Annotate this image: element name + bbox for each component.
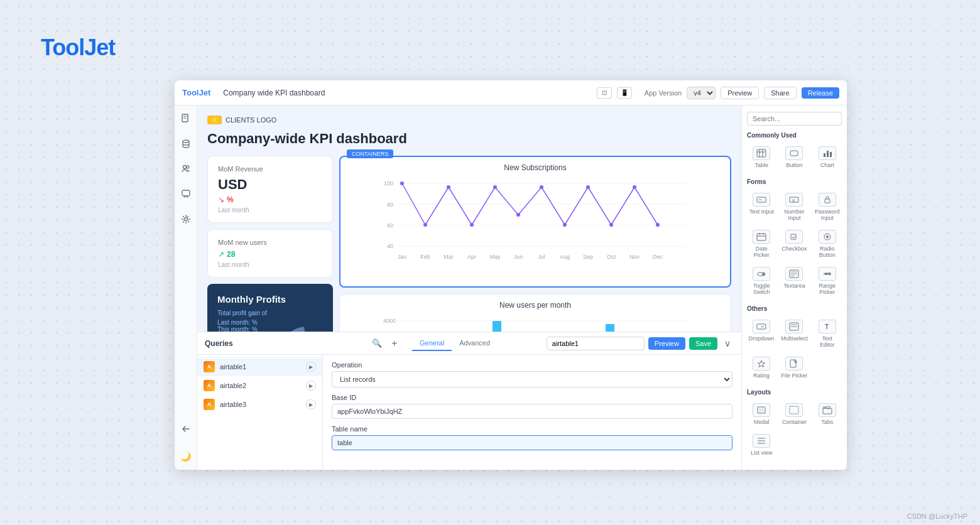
dropdown-icon <box>753 320 770 333</box>
toggle-switch-label: Toggle Switch <box>748 283 775 295</box>
table-label: Table <box>754 162 768 168</box>
sidebar-settings-icon[interactable] <box>179 212 193 226</box>
svg-text:100: 100 <box>384 180 393 187</box>
tab-advanced[interactable]: Advanced <box>452 336 498 351</box>
toggle-switch-icon <box>753 267 770 281</box>
chart-component[interactable]: Chart <box>813 144 842 171</box>
desktop-view-btn[interactable]: ⊡ <box>597 87 612 99</box>
svg-text:Feb: Feb <box>420 254 430 260</box>
sidebar-chat-icon[interactable] <box>179 187 193 201</box>
text-editor-component[interactable]: T Text Editor <box>813 317 842 350</box>
sidebar-moon-icon[interactable]: 🌙 <box>179 450 193 463</box>
svg-rect-62 <box>824 153 825 157</box>
operation-select[interactable]: List records <box>332 371 732 387</box>
dropdown-component[interactable]: Dropdown <box>747 317 776 350</box>
button-label: Button <box>786 162 802 168</box>
base-id-input[interactable] <box>332 404 732 419</box>
profits-title: Monthly Profits <box>217 294 323 305</box>
textarea-component[interactable]: Textarea <box>780 264 808 298</box>
airtable2-name: airtable2 <box>220 382 301 389</box>
canvas-content: ⭐ CLIENTS LOGO Company-wide KPI dashboar… <box>197 106 741 332</box>
rating-component[interactable]: Rating <box>747 354 776 381</box>
file-picker-label: File Picker <box>781 372 807 379</box>
base-id-group: Base ID <box>332 394 732 419</box>
airtable1-play[interactable]: ▶ <box>306 362 316 372</box>
operation-group: Operation List records <box>332 361 732 387</box>
svg-rect-63 <box>827 151 829 157</box>
checkbox-component[interactable]: Checkbox <box>780 227 808 261</box>
query-add-button[interactable]: + <box>388 337 401 350</box>
sidebar-page-icon[interactable] <box>179 112 193 126</box>
revenue-label: MoM Revenue <box>218 165 322 173</box>
svg-point-5 <box>187 166 189 168</box>
query-save-button[interactable]: Save <box>689 337 717 350</box>
svg-rect-6 <box>182 190 190 196</box>
subscriptions-chart-container: CONTAINERS New Subscriptions 100 80 <box>339 156 731 288</box>
container-component[interactable]: Container <box>780 401 808 428</box>
query-search-button[interactable]: 🔍 <box>371 337 383 350</box>
svg-point-24 <box>586 185 590 189</box>
svg-rect-69 <box>825 199 830 203</box>
range-picker-component[interactable]: Range Picker <box>813 264 842 298</box>
list-view-component[interactable]: List view <box>747 431 776 458</box>
multiselect-component[interactable]: Multiselect <box>780 317 809 350</box>
tabs-component[interactable]: Tabs <box>813 401 842 428</box>
subscriptions-line-chart: 100 80 60 40 <box>347 177 724 278</box>
modal-component[interactable]: Modal <box>747 401 776 428</box>
text-input-component[interactable]: Text Input <box>747 190 776 224</box>
query-item-airtable1[interactable]: A airtable1 ▶ <box>197 357 322 376</box>
tab-general[interactable]: General <box>412 336 452 351</box>
mobile-view-btn[interactable]: 📱 <box>617 87 632 99</box>
svg-point-27 <box>656 223 660 227</box>
sidebar-back-icon[interactable] <box>179 422 193 436</box>
users-sublabel: Last month <box>218 261 322 268</box>
svg-point-20 <box>493 185 497 189</box>
rating-icon <box>753 357 770 371</box>
password-input-component[interactable]: Password Input <box>813 190 842 224</box>
textarea-icon <box>785 267 803 281</box>
svg-point-21 <box>516 213 520 217</box>
release-button[interactable]: Release <box>802 87 839 99</box>
sidebar-database-icon[interactable] <box>179 137 193 151</box>
svg-text:#: # <box>792 198 795 203</box>
preview-button[interactable]: Preview <box>721 87 759 99</box>
share-button[interactable]: Share <box>764 87 796 99</box>
svg-rect-70 <box>757 234 766 241</box>
svg-rect-57 <box>757 149 766 157</box>
toggle-switch-component[interactable]: Toggle Switch <box>747 264 776 298</box>
query-item-airtable3[interactable]: A airtable3 ▶ <box>197 395 322 414</box>
airtable2-icon: A <box>204 380 215 391</box>
app-body: 🌙 ⭐ CLIENTS LOGO Company-wide KPI dashbo… <box>175 106 847 470</box>
query-item-airtable2[interactable]: A airtable2 ▶ <box>197 376 322 395</box>
file-picker-component[interactable]: File Picker <box>780 354 809 381</box>
airtable3-play[interactable]: ▶ <box>306 399 316 409</box>
table-name-input[interactable] <box>332 435 732 450</box>
radio-button-component[interactable]: Radio Button <box>813 227 842 261</box>
svg-text:T: T <box>825 323 829 330</box>
range-picker-icon <box>819 267 836 281</box>
file-picker-icon <box>785 357 803 371</box>
number-input-component[interactable]: # Number Input <box>780 190 808 224</box>
svg-text:40: 40 <box>387 243 393 249</box>
chart-area: CONTAINERS New Subscriptions 100 80 <box>339 156 731 332</box>
date-picker-icon <box>753 230 770 244</box>
query-name-input[interactable] <box>547 337 645 350</box>
text-input-icon <box>753 193 770 207</box>
airtable2-play[interactable]: ▶ <box>306 381 316 391</box>
svg-rect-74 <box>791 234 796 239</box>
airtable3-icon: A <box>204 399 215 410</box>
date-picker-component[interactable]: Date Picker <box>747 227 776 261</box>
dropdown-label: Dropdown <box>749 335 775 342</box>
button-component[interactable]: Button <box>780 144 808 171</box>
multiselect-icon <box>785 320 803 333</box>
query-preview-button[interactable]: Preview <box>648 337 685 350</box>
query-expand-button[interactable]: ∨ <box>721 337 734 350</box>
app-window: ToolJet Company wide KPI dashboard ⊡ 📱 A… <box>175 80 847 470</box>
component-search[interactable] <box>747 112 842 126</box>
version-select[interactable]: v4 <box>687 87 716 99</box>
svg-rect-64 <box>830 152 832 157</box>
table-component[interactable]: Table <box>747 144 776 171</box>
sidebar-users-icon[interactable] <box>179 162 193 176</box>
multiselect-label: Multiselect <box>781 335 808 342</box>
revenue-card: MoM Revenue USD ↘ % Last month <box>207 156 333 223</box>
